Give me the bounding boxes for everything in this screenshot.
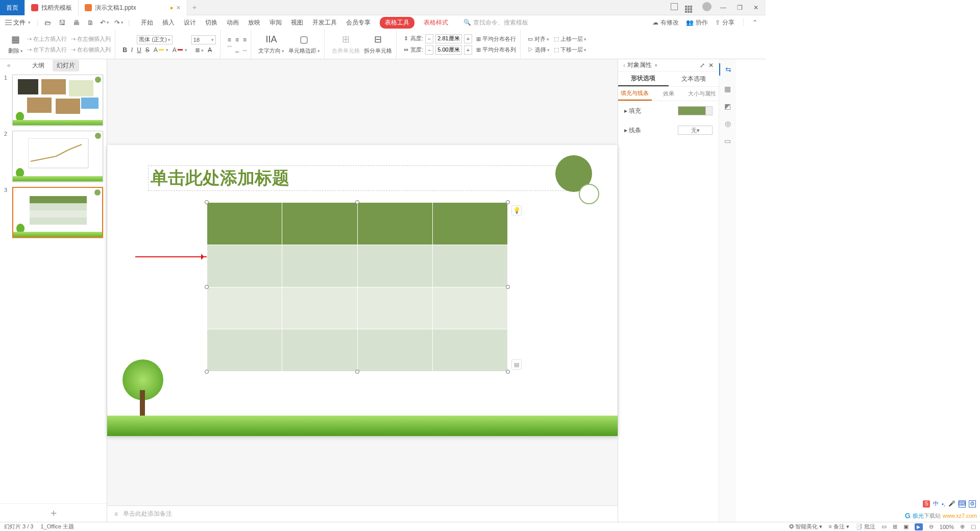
tab-insert[interactable]: 插入 [162, 17, 175, 29]
tab-anim[interactable]: 动画 [227, 17, 239, 29]
width-input[interactable] [435, 45, 462, 55]
split-cells-button[interactable]: ⊟拆分单元格 [364, 34, 392, 55]
merge-cells-button[interactable]: ⊞合并单元格 [332, 34, 360, 55]
handle-mr[interactable] [506, 285, 510, 289]
new-tab-button[interactable]: ＋ [187, 0, 202, 15]
align-menu[interactable]: ▭ 对齐▾ [528, 35, 550, 43]
handle-bm[interactable] [355, 370, 359, 374]
account-avatar[interactable] [701, 2, 713, 13]
tab-table-tools[interactable]: 表格工具 [380, 17, 414, 29]
cell-margin-button[interactable]: ▢单元格边距▾ [288, 34, 320, 55]
title-placeholder[interactable]: 单击此处添加标题 [148, 165, 577, 191]
share-button[interactable]: ⇪ 分享 [715, 18, 734, 27]
save-button[interactable]: 🖫 [57, 17, 67, 28]
tab-trans[interactable]: 切换 [205, 17, 217, 29]
width-plus[interactable]: + [464, 45, 472, 55]
close-icon[interactable]: ✕ [176, 5, 181, 11]
line-row[interactable]: ▸ 线条 无 ▾ [618, 120, 719, 140]
tab-template[interactable]: 找稻壳模板 [25, 0, 79, 15]
cloud-sync[interactable]: ☁ 有修改 [652, 18, 679, 27]
file-menu[interactable]: 文件▾ [5, 18, 31, 27]
print-preview-button[interactable]: 🗎 [85, 17, 95, 28]
print-button[interactable]: 🖶 [71, 17, 81, 28]
tab-view[interactable]: 视图 [291, 17, 303, 29]
redo-button[interactable]: ↷▾ [114, 17, 124, 28]
text-direction-button[interactable]: IIA文字方向▾ [258, 34, 284, 55]
window-close-icon[interactable]: ✕ [750, 4, 762, 11]
collab-button[interactable]: 👥 协作 [686, 18, 708, 27]
fill-row[interactable]: ▸ 填充 [618, 101, 719, 120]
strip-shape-icon[interactable]: ◩ [724, 102, 731, 110]
strip-properties-icon[interactable]: ⇆ [719, 63, 736, 76]
valign-top-icon[interactable]: ⎴ [228, 45, 231, 53]
handle-br[interactable] [506, 370, 510, 374]
tab-home[interactable]: 首页 [0, 0, 25, 15]
ribbon-expand-icon[interactable]: ⌃ [752, 19, 757, 26]
thumb-2[interactable]: 2 [5, 131, 102, 182]
delete-button[interactable]: ▦删除▾ [8, 34, 23, 55]
clear-format-button[interactable]: A̶ [208, 46, 212, 54]
linespace-button[interactable]: ≣▾ [195, 46, 204, 54]
tab-document[interactable]: 演示文稿1.pptx ● ✕ [79, 0, 187, 15]
underline-button[interactable]: U [137, 46, 141, 54]
shape-options-tab[interactable]: 形状选项 [618, 71, 669, 86]
insert-row-below[interactable]: ⇢ 在下方插入行 [27, 46, 67, 54]
smart-tip-icon[interactable]: 💡 [511, 205, 522, 215]
close-panel-icon[interactable]: ✕ [708, 62, 714, 69]
select-menu[interactable]: ▷ 选择▾ [528, 46, 550, 54]
align-right-icon[interactable]: ≡ [243, 36, 247, 43]
undo-button[interactable]: ↶▾ [100, 17, 110, 28]
height-plus[interactable]: + [464, 34, 472, 43]
handle-ml[interactable] [205, 285, 209, 289]
distribute-cols[interactable]: ⊞ 平均分布各列 [476, 46, 516, 54]
handle-tm[interactable] [355, 200, 359, 204]
table-options-icon[interactable]: ▤ [511, 359, 522, 370]
outline-tab[interactable]: 大纲 [28, 60, 48, 71]
apps-icon[interactable] [685, 2, 696, 13]
font-family-select[interactable]: 黑体 (正文)▾ [137, 35, 173, 44]
handle-bl[interactable] [205, 370, 209, 374]
slide-canvas[interactable]: 单击此处添加标题 💡 ▤ ≡单击此处添加备注 [107, 59, 618, 415]
tab-table-style[interactable]: 表格样式 [424, 18, 448, 27]
strip-style-icon[interactable]: ▦ [724, 85, 731, 93]
thumb-3[interactable]: 3 [5, 187, 102, 238]
tab-dev[interactable]: 开发工具 [312, 17, 337, 29]
tab-show[interactable]: 放映 [248, 17, 260, 29]
reading-layout-icon[interactable] [669, 3, 680, 12]
height-minus[interactable]: − [425, 34, 433, 43]
height-input[interactable] [435, 34, 462, 43]
strike-button[interactable]: S [145, 46, 150, 54]
tab-start[interactable]: 开始 [141, 17, 153, 29]
slides-tab[interactable]: 幻灯片 [53, 60, 79, 71]
command-search[interactable]: 🔍 查找命令、搜索模板 [463, 18, 528, 27]
insert-row-above[interactable]: ⇢ 在上方插入行 [27, 35, 67, 43]
insert-col-right[interactable]: ⇢ 在右侧插入列 [71, 46, 111, 54]
tab-design[interactable]: 设计 [184, 17, 196, 29]
window-restore-icon[interactable]: ❐ [734, 4, 745, 11]
handle-tr[interactable] [506, 200, 510, 204]
fill-color-swatch[interactable] [678, 106, 713, 115]
insert-col-left[interactable]: ⇢ 在左侧插入列 [71, 35, 111, 43]
handle-tl[interactable] [205, 200, 209, 204]
chevron-left-icon[interactable]: ‹ [623, 62, 625, 69]
strip-slide-icon[interactable]: ▭ [724, 137, 731, 145]
valign-bot-icon[interactable]: ⎵ [243, 45, 247, 53]
align-left-icon[interactable]: ≡ [228, 36, 231, 43]
pin-icon[interactable]: ⤢ [700, 62, 705, 69]
send-backward[interactable]: ⬚ 下移一层▾ [554, 46, 586, 54]
slide-table[interactable] [207, 202, 508, 372]
italic-button[interactable]: I [131, 46, 133, 54]
tab-vip[interactable]: 会员专享 [346, 17, 371, 29]
text-options-tab[interactable]: 文本选项 [669, 71, 719, 86]
width-minus[interactable]: − [425, 45, 433, 55]
distribute-rows[interactable]: ⊞ 平均分布各行 [476, 35, 516, 43]
align-center-icon[interactable]: ≡ [235, 36, 239, 43]
line-select[interactable]: 无 ▾ [678, 126, 713, 135]
tab-review[interactable]: 审阅 [270, 17, 282, 29]
strip-anim-icon[interactable]: ◎ [725, 119, 731, 128]
effects-subtab[interactable]: 效果 [652, 87, 685, 101]
valign-mid-icon[interactable]: ⎯ [235, 45, 239, 53]
open-button[interactable]: 🗁 [42, 17, 53, 28]
fill-line-subtab[interactable]: 填充与线条 [618, 87, 652, 101]
collapse-panel-icon[interactable]: « [3, 60, 15, 70]
